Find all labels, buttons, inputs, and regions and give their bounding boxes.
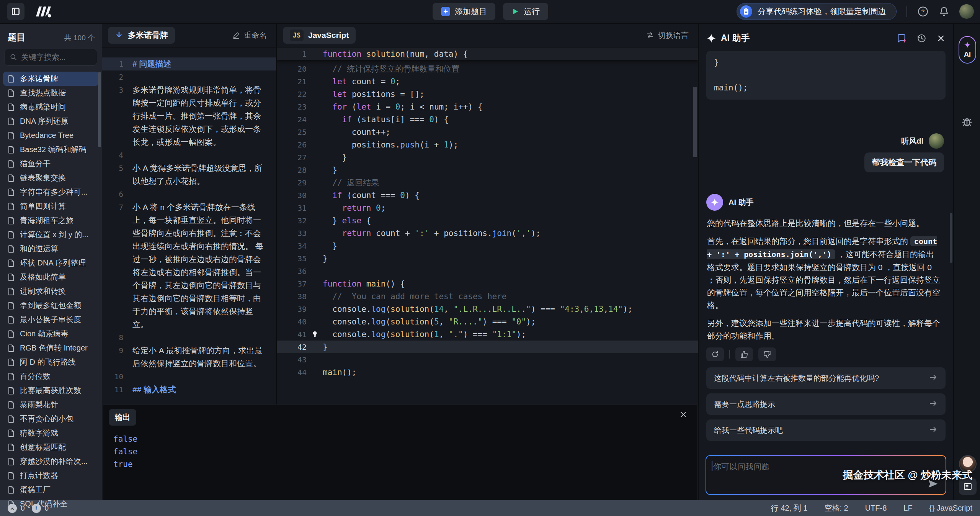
code-line[interactable]: 31 return 0; — [277, 201, 698, 214]
close-icon[interactable] — [936, 34, 946, 43]
code-line[interactable]: 32 } else { — [277, 214, 698, 227]
sidebar-item[interactable]: 猜数字游戏 — [3, 426, 99, 440]
sidebar-item[interactable]: Base32 编码和解码 — [3, 143, 99, 157]
code-line[interactable]: 30 if (count === 0) { — [277, 189, 698, 201]
sidebar-item[interactable]: 暴雨梨花针 — [3, 398, 99, 412]
code-line[interactable]: 23 for (let i = 0; i < num; i++) { — [277, 100, 698, 113]
code-line[interactable]: 44main(); — [277, 366, 698, 378]
sticky-code-line[interactable]: 1function solution(num, data) { — [277, 48, 698, 60]
code-line[interactable]: 34 } — [277, 239, 698, 252]
sidebar-item[interactable]: 不再贪心的小包 — [3, 412, 99, 426]
debug-button[interactable] — [960, 115, 973, 129]
sidebar-item[interactable]: 拿到最多红包金额 — [3, 298, 99, 313]
new-chat-icon[interactable] — [897, 33, 906, 43]
code-line[interactable]: 37function main() { — [277, 277, 698, 290]
search-box[interactable] — [5, 49, 97, 66]
history-icon[interactable] — [916, 33, 926, 43]
ai-toggle-button[interactable]: AI — [959, 36, 976, 64]
description-line[interactable]: 7小 A 将 n 个多米诺骨牌放在一条线上，每一块都垂直竖立。他同时将一些骨牌向… — [102, 201, 276, 331]
code-line[interactable]: 40 console.log(solution(5, "R....") === … — [277, 315, 698, 328]
sidebar-item[interactable]: 字符串有多少种可... — [3, 185, 99, 199]
sidebar-item[interactable]: 蛋糕工厂 — [3, 483, 99, 497]
thumbs-up-button[interactable] — [735, 347, 753, 361]
description-line[interactable]: 10 — [102, 370, 276, 383]
code-line[interactable]: 27 } — [277, 151, 698, 164]
status-item[interactable]: LF — [903, 504, 912, 513]
switch-language-button[interactable]: 切换语言 — [646, 30, 689, 41]
sidebar-item[interactable]: 及格如此简单 — [3, 270, 99, 284]
status-item[interactable]: {} JavaScript — [929, 504, 972, 513]
suggestion-chip[interactable]: 这段代码中计算左右被推数量的部分能再优化吗? — [706, 367, 946, 389]
sidebar-item[interactable]: 和的逆运算 — [3, 242, 99, 256]
sidebar-item[interactable]: RGB 色值转 Integer — [3, 341, 99, 355]
code-line[interactable]: 26 positions.push(i + 1); — [277, 138, 698, 151]
sidebar-item[interactable]: 猫鱼分干 — [3, 157, 99, 171]
editor-scrollbar[interactable] — [693, 87, 697, 157]
user-avatar[interactable] — [959, 4, 974, 19]
sidebar-item[interactable]: 简单四则计算 — [3, 199, 99, 213]
promo-banner[interactable]: 分享代码练习体验，领限量定制周边 — [737, 3, 897, 20]
code-line[interactable]: 29 // 返回结果 — [277, 176, 698, 189]
description-line[interactable]: 6 — [102, 188, 276, 201]
sidebar-item[interactable]: 环状 DNA 序列整理 — [3, 256, 99, 270]
description-line[interactable]: 9给定小 A 最初推骨牌的方向，求出最后依然保持竖立的骨牌数目和位置。 — [102, 344, 276, 370]
code-line[interactable]: 21 let count = 0; — [277, 75, 698, 88]
sidebar-item[interactable]: DNA 序列还原 — [3, 114, 99, 128]
language-tab[interactable]: JS JavaScript — [283, 27, 356, 44]
code-line[interactable]: 22 let positions = []; — [277, 88, 698, 100]
lightbulb-icon[interactable] — [311, 331, 318, 338]
description-line[interactable]: 2 — [102, 70, 276, 84]
description-line[interactable]: 4 — [102, 149, 276, 162]
sidebar-item[interactable]: 多米诺骨牌 — [3, 72, 99, 86]
sidebar-item[interactable]: 链表聚集交换 — [3, 171, 99, 185]
sidebar-item[interactable]: 最小替换子串长度 — [3, 313, 99, 327]
sidebar-item[interactable]: 百分位数 — [3, 369, 99, 383]
run-button[interactable]: 运行 — [503, 3, 548, 20]
sidebar-item[interactable]: SQL 代码补全 — [3, 497, 99, 511]
description-line[interactable]: 1# 问题描述 — [102, 57, 276, 70]
sidebar-item[interactable]: 比赛最高获胜次数 — [3, 383, 99, 398]
sidebar-item[interactable]: Bytedance Tree — [3, 128, 99, 143]
sidebar-item[interactable]: 查找热点数据 — [3, 86, 99, 100]
code-line[interactable]: 43 — [277, 353, 698, 366]
code-line[interactable]: 24 if (status[i] === 0) { — [277, 113, 698, 126]
sidebar-item[interactable]: 穿越沙漠的补给次... — [3, 454, 99, 468]
code-line[interactable]: 20 // 统计保持竖立的骨牌数量和位置 — [277, 62, 698, 75]
search-input[interactable] — [21, 53, 90, 62]
bell-icon[interactable] — [939, 6, 949, 17]
code-line[interactable]: 33 return count + ':' + positions.join('… — [277, 227, 698, 239]
output-tab[interactable]: 输出 — [109, 409, 136, 426]
sidebar-scrollbar[interactable] — [98, 72, 101, 147]
rename-button[interactable]: 重命名 — [232, 30, 267, 41]
output-close-icon[interactable] — [679, 411, 687, 420]
sidebar-toggle-icon[interactable] — [7, 3, 24, 20]
status-item[interactable]: UTF-8 — [865, 504, 887, 513]
status-item[interactable]: 空格: 2 — [824, 503, 848, 513]
thumbs-down-button[interactable] — [758, 347, 776, 361]
sidebar-item[interactable]: 青海湖租车之旅 — [3, 213, 99, 228]
description-line[interactable]: 11## 输入格式 — [102, 383, 276, 396]
add-problem-button[interactable]: + 添加题目 — [433, 3, 495, 20]
sidebar-item[interactable]: Cion 勒索病毒 — [3, 327, 99, 341]
sidebar-item[interactable]: 病毒感染时间 — [3, 100, 99, 114]
suggestion-chip[interactable]: 需要一点思路提示 — [706, 393, 946, 415]
code-line[interactable]: 42} — [277, 341, 698, 353]
code-line[interactable]: 35} — [277, 252, 698, 265]
sidebar-item[interactable]: 阿 D 的飞行路线 — [3, 355, 99, 369]
code-line[interactable]: 39 console.log(solution(14, ".L.R...LR..… — [277, 303, 698, 315]
help-icon[interactable]: ? — [917, 6, 929, 17]
sidebar-item[interactable]: 进制求和转换 — [3, 284, 99, 298]
regenerate-button[interactable] — [706, 347, 724, 361]
code-line[interactable]: 41 console.log(solution(1, ".") === "1:1… — [277, 328, 698, 341]
code-line[interactable]: 28 } — [277, 164, 698, 176]
problem-tab[interactable]: 多米诺骨牌 — [108, 27, 175, 44]
suggestion-chip[interactable]: 给我一些代码提示吧 — [706, 419, 946, 441]
ai-panel-scrollbar[interactable] — [950, 213, 952, 263]
status-item[interactable]: 行 42, 列 1 — [771, 503, 808, 513]
marscode-logo-icon[interactable] — [33, 5, 53, 18]
description-line[interactable]: 8 — [102, 331, 276, 344]
code-line[interactable]: 25 count++; — [277, 126, 698, 138]
sidebar-item[interactable]: 创意标题匹配 — [3, 440, 99, 454]
code-line[interactable]: 38 // You can add more test cases here — [277, 290, 698, 303]
code-line[interactable]: 36 — [277, 265, 698, 277]
